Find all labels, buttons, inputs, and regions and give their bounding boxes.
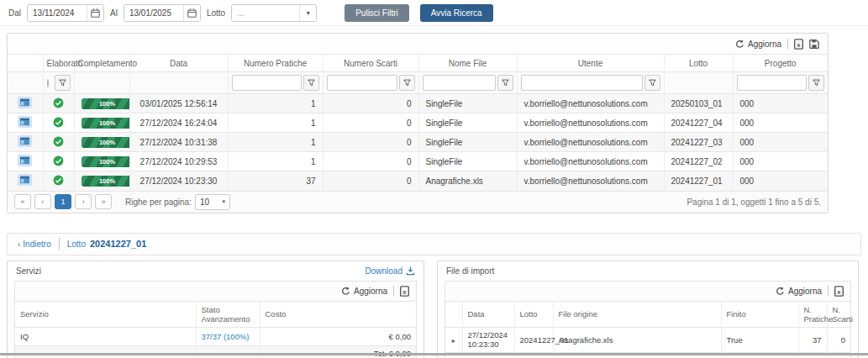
export-excel-icon[interactable]: x [794,39,803,50]
col-expand [445,301,462,327]
save-export-icon[interactable] [809,39,819,50]
cell-lotto: 20241227_01 [664,171,733,191]
cell-data: 27/12/2024 10:23:30 [129,171,228,191]
toolbar-divider [787,39,788,49]
chevron-down-icon[interactable]: ▾ [299,4,316,22]
pager-page-button[interactable]: 1 [55,194,71,209]
expand-row-icon[interactable]: ▸ [452,337,455,345]
refresh-button[interactable]: Aggiorna [776,287,822,296]
filter-bar: Dal Al Lotto ... ▾ Pulisci Filtri Avvia … [0,0,868,26]
filter-funnel-icon[interactable] [644,75,660,91]
back-link[interactable]: ‹ Indietro [18,240,51,249]
rows-per-page-select[interactable]: 10 ▾ [195,194,230,210]
file-import-panel: File di import Aggiorna x [437,261,859,358]
cell-n-pratiche: 37 [798,327,827,352]
results-card: Aggiorna x Elaborato Completamento Data … [7,33,829,213]
pager-info: Pagina 1 di 1, oggetti 1 fino a 5 di 5. [687,197,821,207]
servizi-toolbar: Aggiorna x [15,282,416,301]
filter-funnel-icon[interactable] [303,75,319,91]
cell-lotto: 20250103_01 [664,94,733,113]
cell-nome-file: SingleFile [418,152,517,171]
table-row: IQ 37/37 (100%) € 0,00 [15,327,416,345]
open-detail-button[interactable] [18,97,32,108]
cell-scarti: 0 [323,152,418,171]
cell-nome-file: SingleFile [418,94,517,113]
toolbar-divider [393,286,394,296]
cell-nome-file: Anagrafiche.xls [418,171,517,191]
servizi-table: Servizio Stato Avanzamento Costo IQ 37/3… [15,301,416,358]
date-to-input[interactable] [124,8,183,18]
col-n-pratiche: N. Pratiche [798,301,827,327]
svg-text:x: x [797,40,801,48]
back-chevron-icon: ‹ [18,240,20,249]
progetto-filter-input[interactable] [737,75,808,91]
open-detail-button[interactable] [18,135,32,147]
refresh-button[interactable]: Aggiorna [341,287,387,296]
col-data: Data [462,301,514,327]
cell-scarti: 0 [323,94,418,113]
clear-filters-button[interactable]: Pulisci Filtri [345,4,409,22]
calendar-icon[interactable] [87,4,103,22]
open-detail-button[interactable] [18,155,32,166]
cell-data: 27/12/2024 10:31:38 [129,133,228,152]
stato-avanzamento-link[interactable]: 37/37 (100%) [202,332,250,341]
servizi-panel: Servizi Download Aggiorna x [7,261,424,358]
table-row: 100% 27/12/2024 10:29:53 1 0 SingleFile … [8,152,828,171]
cell-data: 27/12/2024 10:23:30 [462,327,514,352]
col-servizio: Servizio [15,301,196,327]
export-excel-icon[interactable]: x [400,286,409,297]
download-link[interactable]: Download [366,266,415,276]
refresh-icon [735,39,744,49]
numero-pratiche-filter-input[interactable] [232,75,302,91]
date-from-input[interactable] [28,8,87,18]
col-numero-scarti: Numero Scarti [323,55,418,72]
dal-label: Dal [8,8,21,18]
cell-progetto: 000 [733,171,828,191]
pager-last-button[interactable]: » [95,194,112,209]
cell-utente: v.borriello@nettunosolutions.com [517,94,664,113]
completion-progressbar: 100% [82,118,130,129]
processed-check-icon [53,140,64,149]
pager-prev-button[interactable]: ‹ [34,194,51,209]
pager-next-button[interactable]: › [75,194,92,209]
nome-file-filter-input[interactable] [423,75,496,91]
cell-progetto: 000 [733,152,828,171]
col-finito: Finito [721,301,798,327]
file-import-title: File di import [446,266,494,276]
open-detail-button[interactable] [18,116,32,128]
open-detail-button[interactable] [18,174,32,186]
calendar-icon[interactable] [183,4,200,22]
lotto-combobox[interactable]: ... ▾ [231,4,317,22]
cell-pratiche: 1 [228,152,323,171]
cell-lotto: 20241227_03 [664,133,733,152]
rows-per-page-label: Righe per pagina: [125,197,192,207]
cell-lotto: 20241227_01 [514,327,553,352]
results-table: Elaborato Completamento Data Numero Prat… [8,54,828,191]
filter-funnel-icon[interactable] [399,75,415,91]
cell-scarti: 0 [323,113,418,133]
filter-funnel-icon[interactable] [808,75,824,91]
elaborato-filter-checkbox[interactable] [47,79,49,87]
completion-progressbar: 100% [82,156,130,167]
col-numero-pratiche: Numero Pratiche [228,55,323,72]
col-progetto: Progetto [733,55,828,72]
completion-progressbar: 100% [82,176,130,187]
filter-funnel-icon[interactable] [497,75,513,91]
results-toolbar: Aggiorna x [8,34,828,54]
numero-scarti-filter-input[interactable] [327,75,397,91]
col-utente: Utente [517,55,664,72]
cell-utente: v.borriello@nettunosolutions.com [517,171,664,191]
pager-first-button[interactable]: « [14,194,31,209]
refresh-button[interactable]: Aggiorna [735,39,781,49]
processed-check-icon [53,101,64,110]
table-row: 100% 27/12/2024 10:23:30 37 0 Anagrafich… [8,171,828,191]
filter-funnel-icon[interactable] [55,75,71,91]
col-costo: Costo [260,301,416,327]
export-excel-icon[interactable]: x [834,286,844,297]
total-value: Tot. € 0,00 [260,345,416,358]
utente-filter-input[interactable] [521,75,643,91]
processed-check-icon [53,120,64,129]
detail-panels: Servizi Download Aggiorna x [7,261,861,358]
cell-file-origine: Anagrafiche.xls [553,327,721,352]
search-button[interactable]: Avvia Ricerca [420,4,493,22]
